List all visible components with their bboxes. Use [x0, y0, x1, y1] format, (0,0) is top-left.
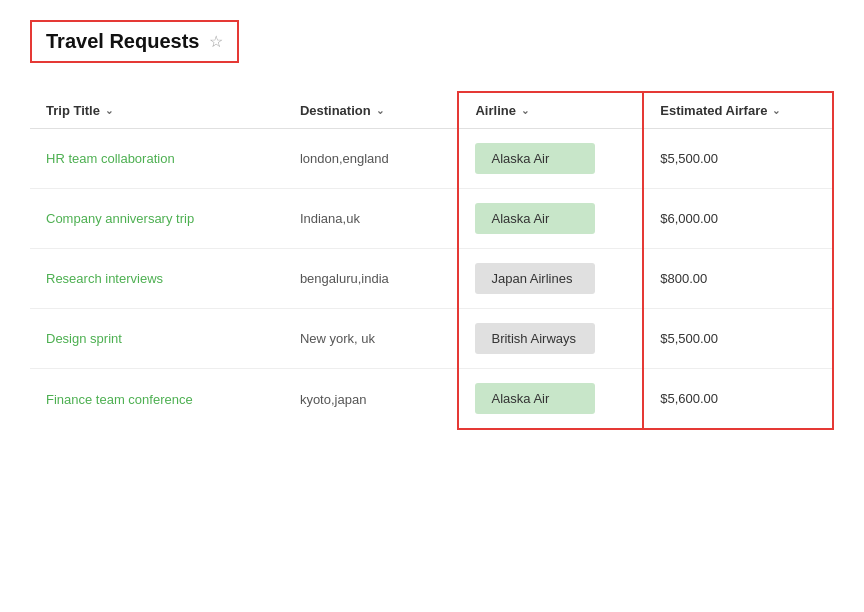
- cell-airfare: $6,000.00: [643, 189, 833, 249]
- airline-badge: Alaska Air: [475, 143, 595, 174]
- cell-airfare: $5,500.00: [643, 129, 833, 189]
- cell-trip-title: Finance team conference: [30, 369, 284, 430]
- cell-airline: Japan Airlines: [458, 249, 643, 309]
- col-airfare-label: Estimated Airfare: [660, 103, 767, 118]
- cell-trip-title: Company anniversary trip: [30, 189, 284, 249]
- cell-airfare: $5,500.00: [643, 309, 833, 369]
- trip-title-link[interactable]: Design sprint: [46, 331, 122, 346]
- cell-airfare: $5,600.00: [643, 369, 833, 430]
- cell-destination: bengaluru,india: [284, 249, 459, 309]
- trip-title-link[interactable]: Research interviews: [46, 271, 163, 286]
- trip-title-link[interactable]: Company anniversary trip: [46, 211, 194, 226]
- cell-airfare: $800.00: [643, 249, 833, 309]
- cell-trip-title: Research interviews: [30, 249, 284, 309]
- airline-badge: Alaska Air: [475, 203, 595, 234]
- table-row: Company anniversary tripIndiana,ukAlaska…: [30, 189, 833, 249]
- col-destination-label: Destination: [300, 103, 371, 118]
- page-header: Travel Requests ☆: [30, 20, 834, 91]
- table-container: Trip Title ⌄ Destination ⌄ Airline ⌄: [30, 91, 834, 430]
- trip-title-sort-icon[interactable]: ⌄: [105, 105, 113, 116]
- cell-destination: Indiana,uk: [284, 189, 459, 249]
- page-title: Travel Requests: [46, 30, 199, 53]
- star-icon[interactable]: ☆: [209, 32, 223, 51]
- cell-destination: New york, uk: [284, 309, 459, 369]
- airfare-sort-icon[interactable]: ⌄: [772, 105, 780, 116]
- cell-airline: British Airways: [458, 309, 643, 369]
- cell-airline: Alaska Air: [458, 369, 643, 430]
- col-trip-title-label: Trip Title: [46, 103, 100, 118]
- cell-destination: london,england: [284, 129, 459, 189]
- cell-trip-title: HR team collaboration: [30, 129, 284, 189]
- destination-sort-icon[interactable]: ⌄: [376, 105, 384, 116]
- cell-airline: Alaska Air: [458, 129, 643, 189]
- trip-title-link[interactable]: HR team collaboration: [46, 151, 175, 166]
- table-row: Finance team conferencekyoto,japanAlaska…: [30, 369, 833, 430]
- travel-requests-table: Trip Title ⌄ Destination ⌄ Airline ⌄: [30, 91, 834, 430]
- col-airline-label: Airline: [475, 103, 515, 118]
- cell-destination: kyoto,japan: [284, 369, 459, 430]
- col-header-airline[interactable]: Airline ⌄: [458, 92, 643, 129]
- airline-badge: British Airways: [475, 323, 595, 354]
- title-bar: Travel Requests ☆: [30, 20, 239, 63]
- col-header-trip-title[interactable]: Trip Title ⌄: [30, 92, 284, 129]
- cell-trip-title: Design sprint: [30, 309, 284, 369]
- table-row: Research interviewsbengaluru,indiaJapan …: [30, 249, 833, 309]
- trip-title-link[interactable]: Finance team conference: [46, 392, 193, 407]
- table-row: HR team collaborationlondon,englandAlask…: [30, 129, 833, 189]
- col-header-estimated-airfare[interactable]: Estimated Airfare ⌄: [643, 92, 833, 129]
- airline-badge: Alaska Air: [475, 383, 595, 414]
- col-header-destination[interactable]: Destination ⌄: [284, 92, 459, 129]
- table-header-row: Trip Title ⌄ Destination ⌄ Airline ⌄: [30, 92, 833, 129]
- table-row: Design sprintNew york, ukBritish Airways…: [30, 309, 833, 369]
- airline-badge: Japan Airlines: [475, 263, 595, 294]
- airline-sort-icon[interactable]: ⌄: [521, 105, 529, 116]
- cell-airline: Alaska Air: [458, 189, 643, 249]
